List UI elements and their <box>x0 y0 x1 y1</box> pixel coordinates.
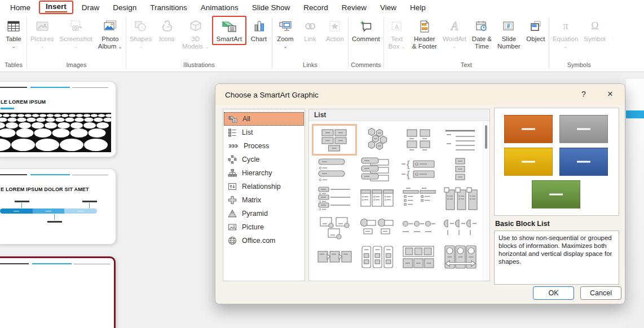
action-star-icon <box>328 17 342 36</box>
category-hierarchy[interactable]: Hierarchy <box>224 166 304 180</box>
tab-insert[interactable]: Insert <box>39 1 73 14</box>
ok-button[interactable]: OK <box>533 286 574 300</box>
chevron-down-icon: ⌄ <box>11 44 16 49</box>
tab-view[interactable]: View <box>373 2 403 14</box>
gallery-item-picture-caption-list[interactable] <box>399 127 438 152</box>
object-button[interactable]: Object <box>523 16 548 43</box>
svg-text:A: A <box>394 23 399 30</box>
ribbon-tab-bar: Home Insert Draw Design Transitions Anim… <box>0 0 644 15</box>
gallery-item-circle-box-list[interactable] <box>357 215 395 240</box>
tab-help[interactable]: Help <box>403 2 433 14</box>
dialog-title: Choose a SmartArt Graphic <box>225 91 319 99</box>
chevron-down-icon: ⌄ <box>452 44 457 49</box>
shapes-button: Shapes ⌄ <box>127 16 155 49</box>
gallery-item-arrow-circle-panel-list[interactable] <box>441 245 479 269</box>
gallery-item-column-bullet-list[interactable] <box>399 186 438 211</box>
tab-record[interactable]: Record <box>297 2 335 14</box>
hierarchy-icon <box>228 169 237 178</box>
group-label-text: Text <box>385 61 548 70</box>
gallery-item-corner-circle-list[interactable] <box>315 215 354 240</box>
link-button: Link <box>298 16 323 43</box>
zoom-icon <box>278 17 293 36</box>
timeline-segment-1 <box>0 209 33 214</box>
category-matrix[interactable]: Matrix <box>224 193 304 207</box>
gallery-item-bracket-list[interactable]: {{ <box>399 157 438 181</box>
preview-description: Use to show non-sequential or grouped bl… <box>494 231 619 285</box>
pictures-button: Pictures ⌄ <box>28 16 57 49</box>
slide-thumbnail-3-selected[interactable] <box>0 256 116 328</box>
chevron-down-icon: ⌄ <box>40 44 45 49</box>
category-relationship[interactable]: Relationship <box>224 180 304 193</box>
gallery-item-lined-list[interactable] <box>441 127 479 152</box>
gallery-scrollbar-thumb[interactable] <box>485 125 487 149</box>
symbol-button: Ω Symbol <box>581 16 608 43</box>
tab-transitions[interactable]: Transitions <box>143 2 194 14</box>
table-button[interactable]: Table ⌄ <box>1 16 26 49</box>
smartart-gallery: List {{ <box>308 109 490 281</box>
tab-design[interactable]: Design <box>106 2 143 14</box>
slide-thumbnail-1[interactable]: LE LOREM IPSUM <box>0 82 116 157</box>
tab-review[interactable]: Review <box>335 2 373 14</box>
gallery-item-header-card-list[interactable] <box>357 186 395 211</box>
category-cycle[interactable]: Cycle <box>224 153 304 166</box>
gallery-item-vertical-box-list[interactable] <box>441 157 479 181</box>
slide-accent-line-gray <box>72 175 108 175</box>
pi-icon: π <box>558 17 573 36</box>
table-icon <box>6 17 21 36</box>
timeline-label <box>47 221 62 223</box>
date-time-button[interactable]: Date & Time <box>469 16 495 50</box>
gallery-item-circle-accent-list[interactable] <box>399 215 438 240</box>
tab-home[interactable]: Home <box>3 2 37 14</box>
comment-button[interactable]: Comment <box>349 16 383 43</box>
smartart-button[interactable]: SmartArt <box>212 16 246 45</box>
category-picture[interactable]: Picture <box>224 220 304 234</box>
header-footer-button[interactable]: Header & Footer <box>409 16 440 50</box>
screenshot-icon <box>69 17 83 36</box>
category-pyramid[interactable]: Pyramid <box>224 207 304 220</box>
gallery-item-table-grid-list[interactable] <box>399 245 438 269</box>
dialog-titlebar[interactable]: Choose a SmartArt Graphic <box>215 84 625 105</box>
icons-button: Icons <box>155 16 179 43</box>
zoom-button[interactable]: Zoom ⌄ <box>273 16 298 49</box>
chevron-down-icon: ⌄ <box>74 44 78 49</box>
timeline-tick <box>89 203 90 208</box>
comment-icon <box>359 17 373 36</box>
gallery-item-stacked-list[interactable] <box>315 157 354 181</box>
category-all[interactable]: All <box>224 112 304 126</box>
gallery-item-horizontal-bullet-list[interactable] <box>315 186 354 211</box>
tab-slide-show[interactable]: Slide Show <box>245 2 297 14</box>
slide-accent-line-cyan <box>30 87 70 88</box>
slide-number-button[interactable]: # Slide Number <box>495 16 523 50</box>
group-label-links: Links <box>273 61 347 70</box>
category-office-com[interactable]: Office.com <box>224 234 304 247</box>
powerpoint-window: Home Insert Draw Design Transitions Anim… <box>0 0 644 328</box>
chart-button[interactable]: Chart <box>246 16 271 43</box>
category-process[interactable]: Process <box>224 139 304 153</box>
tab-draw[interactable]: Draw <box>75 2 107 14</box>
globe-icon <box>228 236 237 245</box>
matrix-icon <box>228 196 237 205</box>
slide-thumbnail-2[interactable]: E LOREM IPSUM DOLOR SIT AMET <box>0 169 116 244</box>
slide-number-icon: # <box>501 17 516 36</box>
close-icon[interactable]: × <box>605 88 616 100</box>
cancel-button[interactable]: Cancel <box>580 286 621 300</box>
list-icon <box>228 128 237 137</box>
text-box-icon: A <box>390 17 404 36</box>
gallery-item-arrow-box-list[interactable] <box>315 245 354 269</box>
category-list: All List Process Cycle Hierarchy Relatio… <box>223 109 305 281</box>
preview-image <box>494 108 619 216</box>
gallery-item-tab-list[interactable] <box>357 157 395 181</box>
gallery-item-vertical-rounded-list[interactable] <box>357 245 395 269</box>
gallery-item-half-circle-list[interactable] <box>441 215 479 240</box>
gallery-item-alternating-hexagons[interactable] <box>357 127 395 152</box>
object-icon <box>528 17 543 36</box>
gallery-item-tall-panel-list[interactable] <box>441 186 479 211</box>
timeline-label <box>82 201 97 202</box>
tab-animations[interactable]: Animations <box>194 2 245 14</box>
pictures-icon <box>35 17 50 36</box>
category-list-item[interactable]: List <box>224 126 304 139</box>
gallery-item-basic-block-list[interactable] <box>315 127 354 152</box>
screenshot-button: Screenshot ⌄ <box>57 16 95 49</box>
help-button[interactable]: ? <box>579 90 589 99</box>
photo-album-button[interactable]: Photo Album⌄ <box>95 16 125 51</box>
